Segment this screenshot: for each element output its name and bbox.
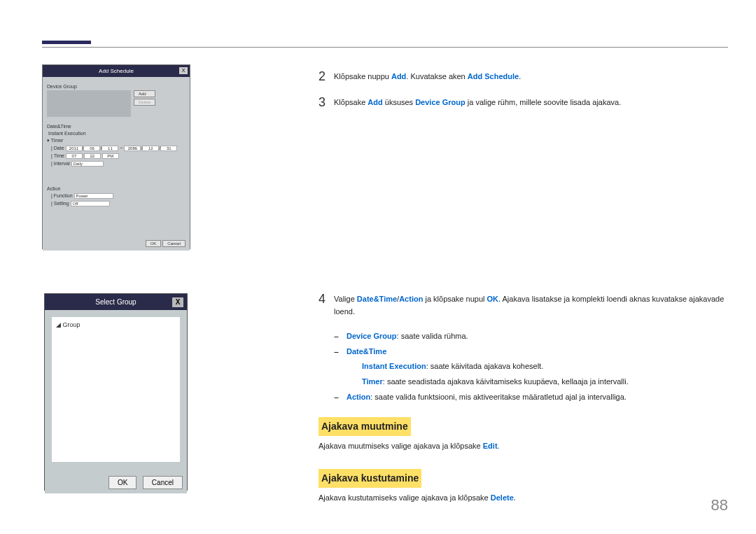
body-text: Ajakava muutmiseks valige ajakava ja klõ… [318, 440, 732, 453]
time-m[interactable]: 22 [84, 153, 101, 159]
dialog-titlebar: Select Group X [45, 294, 187, 310]
close-icon[interactable]: X [179, 67, 188, 74]
time-ap[interactable]: PM [102, 153, 119, 159]
step-number: 4 [318, 293, 334, 318]
content-upper: 2 Klõpsake nuppu Add. Kuvatakse aken Add… [318, 70, 732, 121]
add-button[interactable]: Add [134, 90, 155, 97]
ok-button[interactable]: OK [146, 240, 162, 247]
header-accent [42, 41, 91, 44]
content-lower: 4 Valige Date&Time/Action ja klõpsake nu… [318, 293, 732, 510]
sub-list: ‒ Device Group: saate valida rühma. ‒ Da… [334, 330, 732, 403]
setting-row: | Setting Off [51, 201, 186, 206]
device-group-list [47, 90, 131, 117]
cancel-button[interactable]: Cancel [143, 476, 183, 489]
instant-exec-row: Instant Execution [47, 131, 186, 136]
date-y1[interactable]: 2011 [66, 146, 83, 151]
action-label: Action [47, 186, 186, 191]
close-icon[interactable]: X [172, 297, 183, 307]
dialog-title: Select Group [95, 298, 136, 306]
select-group-dialog: Select Group X ◢ Group OK Cancel [44, 293, 188, 491]
time-h[interactable]: 07 [66, 153, 83, 159]
function-row: | Function Power [51, 193, 186, 199]
step-text: Klõpsake nuppu Add. Kuvatakse aken Add S… [334, 70, 732, 83]
group-listbox[interactable]: ◢ Group [52, 317, 180, 462]
heading-edit-schedule: Ajakava muutmine [318, 417, 411, 435]
ok-button[interactable]: OK [108, 476, 136, 489]
list-item: ‒ Date&Time [334, 346, 732, 358]
step-text: Valige Date&Time/Action ja klõpsake nupu… [334, 293, 732, 318]
cancel-button[interactable]: Cancel [162, 240, 186, 247]
time-row: | Time 07:22 PM [51, 153, 186, 159]
setting-select[interactable]: Off [71, 201, 110, 206]
delete-button[interactable]: Delete [134, 99, 155, 106]
tree-icon: ◢ [56, 321, 61, 328]
body-text: Ajakava kustutamiseks valige ajakava ja … [318, 492, 732, 505]
date-d1[interactable]: 11 [102, 146, 118, 151]
list-item: Timer: saate seadistada ajakava käivitam… [362, 376, 732, 388]
timer-row: ▾ Timer [47, 138, 186, 143]
list-item: ‒ Device Group: saate valida rühma. [334, 330, 732, 343]
step-number: 2 [318, 70, 334, 83]
page-number: 88 [711, 496, 728, 514]
date-time-label: Date&Time [47, 124, 186, 129]
heading-delete-schedule: Ajakava kustutamine [318, 469, 421, 487]
interval-row: | Interval Daily [51, 161, 186, 167]
date-y2[interactable]: 2086 [124, 146, 141, 151]
list-item: ‒ Action: saate valida funktsiooni, mis … [334, 391, 732, 404]
add-schedule-dialog: Add Schedule X Device Group Add Delete D… [42, 64, 190, 249]
dialog-titlebar: Add Schedule X [43, 65, 190, 77]
step-text: Klõpsake Add üksuses Device Group ja val… [334, 96, 732, 109]
date-m1[interactable]: 06 [83, 146, 100, 151]
header-rule [42, 47, 728, 48]
step-2: 2 Klõpsake nuppu Add. Kuvatakse aken Add… [318, 70, 732, 83]
date-row: | Date 2011/06/11 ~ 2086/12/31 [51, 146, 186, 151]
device-group-label: Device Group [47, 84, 186, 89]
interval-select[interactable]: Daily [71, 161, 104, 167]
list-item: Instant Execution: saate käivitada ajaka… [362, 360, 732, 373]
step-3: 3 Klõpsake Add üksuses Device Group ja v… [318, 96, 732, 109]
group-item[interactable]: Group [63, 321, 80, 328]
step-4: 4 Valige Date&Time/Action ja klõpsake nu… [318, 293, 732, 318]
date-m2[interactable]: 12 [142, 146, 159, 151]
step-number: 3 [318, 96, 334, 109]
date-d2[interactable]: 31 [160, 146, 177, 151]
dialog-title: Add Schedule [99, 68, 134, 74]
function-select[interactable]: Power [74, 193, 113, 199]
